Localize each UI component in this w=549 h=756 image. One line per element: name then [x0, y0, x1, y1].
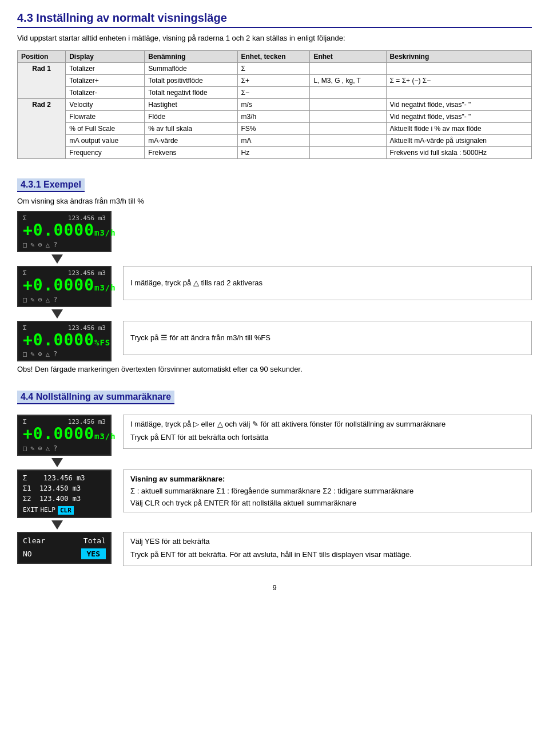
icon-question-44: ? — [53, 444, 57, 452]
instruction-44-2-line2: Välj CLR och tryck på ENTER för att noll… — [130, 499, 356, 507]
cell-beskrivning-3 — [386, 87, 531, 99]
icon-edit: ✎ — [30, 241, 34, 249]
cell-flowrate: Flowrate — [66, 111, 145, 123]
yes-button[interactable]: YES — [81, 548, 106, 559]
col-enhet: Enhet — [310, 51, 386, 63]
icon-triangle-3: △ — [46, 350, 50, 358]
cell-beskrivning-2: Σ = Σ+ (−) Σ− — [386, 75, 531, 87]
sum-buttons: EXIT HELP CLR — [23, 506, 106, 515]
cell-sigma-minus: Σ− — [237, 87, 310, 99]
cell-beskrivning-4: Vid negativt flöde, visas"- " — [386, 99, 531, 111]
rad1-header: Rad 1 — [18, 63, 66, 99]
no-button[interactable]: NO — [23, 550, 32, 558]
display-instruction-44-3: Välj YES för att bekräfta Tryck på ENT f… — [123, 532, 532, 566]
disp1-main: +0.0000m3/h — [23, 222, 106, 240]
icon-circle-44: ⊙ — [38, 444, 42, 452]
display-row-1: Σ 123.456 m3 +0.0000m3/h □ ✎ ⊙ △ ? — [17, 211, 532, 252]
cell-hz: Hz — [237, 147, 310, 159]
clr-button[interactable]: CLR — [58, 506, 74, 515]
display-instruction-44-2: Visning av summaräknare: Σ : aktuell sum… — [123, 469, 532, 512]
help-button[interactable]: HELP — [41, 506, 56, 515]
col-display: Display — [66, 51, 145, 63]
cell-enhet-5 — [310, 111, 386, 123]
cell-enhet-8 — [310, 147, 386, 159]
section-44: 4.4 Nollställning av summaräknare Σ 123.… — [17, 381, 532, 566]
cell-velocity: Velocity — [66, 99, 145, 111]
cell-enhet-4 — [310, 99, 386, 111]
cell-enhet-2: L, M3, G , kg, T — [310, 75, 386, 87]
cell-ma: mA — [237, 135, 310, 147]
table-row: mA output value mA-värde mA Aktuellt mA-… — [18, 135, 532, 147]
cell-flode: Flöde — [145, 111, 237, 123]
cell-totalizer-plus: Totalizer+ — [66, 75, 145, 87]
icon-triangle-44: △ — [46, 444, 50, 452]
cell-frekvens: Frekvens — [145, 147, 237, 159]
cell-sigma-plus: Σ+ — [237, 75, 310, 87]
exit-button[interactable]: EXIT — [23, 506, 38, 515]
table-row: Totalizer+ Totalt positivtflöde Σ+ L, M3… — [18, 75, 532, 87]
display-box-44-2: Σ 123.456 m3 Σ1 123.450 m3 Σ2 123.400 m3… — [17, 469, 112, 518]
icon-edit-3: ✎ — [30, 350, 34, 358]
icon-circle: ⊙ — [38, 241, 42, 249]
display-box-2: Σ 123.456 m3 +0.0000m3/h □ ✎ ⊙ △ ? — [17, 266, 112, 307]
icon-menu-3: □ — [23, 350, 27, 358]
display-row-44-1: Σ 123.456 m3 +0.0000m3/h □ ✎ ⊙ △ ? I mät… — [17, 415, 532, 456]
cell-full-skala: % av full skala — [145, 123, 237, 135]
cell-beskrivning-1 — [386, 63, 531, 75]
sum-line1: Σ 123.456 m3 — [23, 473, 106, 483]
ct-row1: Clear Total — [23, 536, 106, 545]
section-431: 4.3.1 Exempel Om visning ska ändras från… — [17, 169, 532, 373]
instruction-44-3-line2: Tryck på ENT för att bekräfta. För att a… — [130, 550, 412, 559]
display-row-2: Σ 123.456 m3 +0.0000m3/h □ ✎ ⊙ △ ? I mät… — [17, 266, 532, 307]
cell-enhet-3 — [310, 87, 386, 99]
section-431-heading: 4.3.1 Exempel — [17, 178, 85, 192]
disp44-icons: □ ✎ ⊙ △ ? — [23, 444, 106, 452]
table-row: Rad 1 Totalizer Summaflöde Σ — [18, 63, 532, 75]
cell-m3h: m3/h — [237, 111, 310, 123]
icon-question-2: ? — [53, 296, 57, 304]
cell-beskrivning-5: Vid negativt flöde, visas"- " — [386, 111, 531, 123]
icon-question-3: ? — [53, 350, 57, 358]
ct-row2: NO YES — [23, 548, 106, 559]
table-row: Frequency Frekvens Hz Frekvens vid full … — [18, 147, 532, 159]
display-row-44-2: Σ 123.456 m3 Σ1 123.450 m3 Σ2 123.400 m3… — [17, 469, 532, 518]
icon-menu-44: □ — [23, 444, 27, 452]
clear-total-box: Clear Total NO YES — [17, 532, 112, 564]
col-enhet-tecken: Enhet, tecken — [237, 51, 310, 63]
disp1-icons: □ ✎ ⊙ △ ? — [23, 241, 106, 249]
cell-totalizer: Totalizer — [66, 63, 145, 75]
cell-beskrivning-8: Frekvens vid full skala : 5000Hz — [386, 147, 531, 159]
table-row: Totalizer- Totalt negativt flöde Σ− — [18, 87, 532, 99]
cell-frequency: Frequency — [66, 147, 145, 159]
icon-menu: □ — [23, 241, 27, 249]
icon-triangle-2: △ — [46, 296, 50, 304]
sum-line3: Σ2 123.400 m3 — [23, 494, 106, 504]
arrow-44-1 — [51, 458, 532, 467]
icon-edit-2: ✎ — [30, 296, 34, 304]
icon-circle-2: ⊙ — [38, 296, 42, 304]
sum-line2: Σ1 123.450 m3 — [23, 483, 106, 494]
col-beskrivning: Beskrivning — [386, 51, 531, 63]
display-instruction-2: I mätläge, tryck på △ tills rad 2 aktive… — [123, 266, 532, 300]
ct-clear-label: Clear — [23, 536, 45, 545]
cell-totalt-negativt: Totalt negativt flöde — [145, 87, 237, 99]
display-row-3: Σ 123.456 m3 +0.0000%FS □ ✎ ⊙ △ ? Tryck … — [17, 321, 532, 362]
icon-circle-3: ⊙ — [38, 350, 42, 358]
display-instruction-3: Tryck på ☰ för att ändra från m3/h till … — [123, 321, 532, 355]
disp3-main: +0.0000%FS — [23, 332, 106, 349]
display-row-44-3: Clear Total NO YES Välj YES för att bekr… — [17, 532, 532, 566]
cell-ms: m/s — [237, 99, 310, 111]
col-position: Position — [18, 51, 66, 63]
section-431-subtext: Om visning ska ändras från m3/h till % — [17, 197, 532, 205]
sum-lines: Σ 123.456 m3 Σ1 123.450 m3 Σ2 123.400 m3 — [23, 473, 106, 504]
display-instruction-44-1: I mätläge, tryck på ▷ eller △ och välj ✎… — [123, 415, 532, 449]
icon-edit-44: ✎ — [30, 444, 34, 452]
ct-total-label: Total — [83, 536, 106, 545]
cell-totalt-positivt: Totalt positivtflöde — [145, 75, 237, 87]
arrow-44-2 — [51, 520, 532, 530]
instruction-44-1-line1: I mätläge, tryck på ▷ eller △ och välj ✎… — [130, 420, 445, 428]
icon-question: ? — [53, 241, 57, 249]
disp44-main: +0.0000m3/h — [23, 425, 106, 443]
col-benamning: Benämning — [145, 51, 237, 63]
cell-enhet-1 — [310, 63, 386, 75]
